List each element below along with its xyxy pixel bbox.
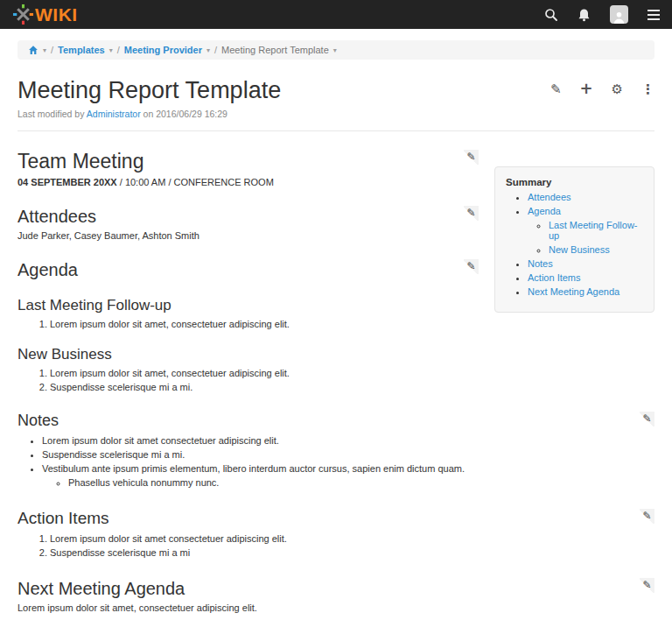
xwiki-logo-text: WIKI [35,5,78,24]
list-item: Lorem ipsum dolor sit amet, consectetuer… [50,368,654,378]
next-meeting-text: Lorem ipsum dolor sit amet, consectetuer… [18,602,654,613]
section-edit-pencil-icon[interactable]: ✎ [640,412,654,426]
meeting-time-location: / 10:00 AM / CONFERENCE ROOM [117,177,274,187]
create-page-button[interactable]: + [579,81,592,96]
list-item: Suspendisse scelerisque mi a mi. [50,382,654,392]
topbar-actions [544,5,660,24]
list-subitem: Phasellus vehicula nonummy nunc. [68,477,654,488]
caret-down-icon[interactable]: ▾ [333,46,337,54]
notes-sublist: Phasellus vehicula nonummy nunc. [42,477,654,488]
summary-item: Next Meeting Agenda [528,286,643,297]
summary-link-agenda[interactable]: Agenda [528,206,561,216]
breadcrumb-current-page: Meeting Report Template [221,45,329,55]
summary-item: Action Items [528,272,643,283]
action-items-list: Lorem ipsum dolor sit amet consectetuer … [18,533,654,558]
document-content: Summary Attendees Agenda Last Meeting Fo… [0,150,672,613]
summary-link-action-items[interactable]: Action Items [528,272,581,283]
caret-down-icon[interactable]: ▾ [109,46,113,54]
summary-link-attendees[interactable]: Attendees [528,192,571,202]
summary-sublist: Last Meeting Follow-up New Business [528,220,643,255]
breadcrumb-link-templates[interactable]: Templates [58,45,105,55]
section-edit-pencil-icon[interactable]: ✎ [640,578,654,593]
section-edit-pencil-icon[interactable]: ✎ [640,509,654,524]
section-edit-pencil-icon[interactable]: ✎ [464,206,479,221]
breadcrumb-separator: / [117,45,120,55]
summary-item: Agenda Last Meeting Follow-up New Busine… [528,206,643,255]
heading-notes: ✎Notes [18,412,654,431]
breadcrumb-wrapper: ▾ / Templates ▾ / Meeting Provider ▾ / M… [0,29,672,67]
breadcrumb-separator: / [51,45,53,55]
summary-link-new-business[interactable]: New Business [549,244,610,255]
modified-suffix: on 2016/06/29 16:29 [144,109,228,119]
heading-new-business: New Business [18,346,654,363]
list-item: Vestibulum ante ipsum primis elementum, … [42,463,654,488]
page-title: Meeting Report Template [18,77,281,104]
modified-user-link[interactable]: Administrator [87,109,141,119]
heading-next-meeting-agenda: ✎Next Meeting Agenda [18,578,654,599]
list-item: Lorem ipsum dolor sit amet, consectetuer… [50,319,654,329]
user-avatar[interactable] [610,5,628,24]
xwiki-logo-x-icon [12,4,34,25]
new-business-list: Lorem ipsum dolor sit amet, consectetuer… [18,368,654,392]
breadcrumb-separator: / [214,45,217,55]
list-item: Suspendisse scelerisque mi a mi [50,547,654,558]
list-item: Suspendisse scelerisque mi a mi. [42,449,654,460]
top-navigation-bar: WIKI [0,0,672,29]
more-actions-kebab-icon[interactable]: ⋮ [641,83,654,96]
summary-panel: Summary Attendees Agenda Last Meeting Fo… [494,166,654,313]
caret-down-icon[interactable]: ▾ [43,46,46,54]
edit-page-button[interactable]: ✎ [550,83,562,96]
summary-item: Notes [528,258,643,269]
summary-subitem: Last Meeting Follow-up [549,220,643,241]
breadcrumb-link-meeting-provider[interactable]: Meeting Provider [124,45,202,55]
section-edit-pencil-icon[interactable]: ✎ [464,150,479,165]
search-icon[interactable] [544,8,558,22]
meeting-date: 04 SEPTEMBER 20XX [18,177,117,187]
notifications-bell-icon[interactable] [578,8,591,22]
list-item: Lorem ipsum dolor sit amet consectetuer … [50,533,654,544]
hamburger-menu-icon[interactable] [648,10,660,20]
last-modified-line: Last modified by Administrator on 2016/0… [18,109,654,119]
section-edit-pencil-icon[interactable]: ✎ [464,259,479,274]
summary-item: Attendees [528,192,643,202]
page-header: Meeting Report Template ✎ + ⚙ ⋮ [18,77,654,104]
xwiki-logo[interactable]: WIKI [12,4,78,25]
summary-title: Summary [506,177,643,187]
summary-subitem: New Business [549,244,643,255]
avatar-person-icon [610,5,628,24]
heading-action-items: ✎Action Items [18,509,654,529]
breadcrumb: ▾ / Templates ▾ / Meeting Provider ▾ / M… [18,40,654,60]
summary-link-next-meeting[interactable]: Next Meeting Agenda [528,286,620,297]
modified-prefix: Last modified by [18,109,84,119]
summary-link-followup[interactable]: Last Meeting Follow-up [549,220,638,241]
summary-list: Attendees Agenda Last Meeting Follow-up … [506,192,643,297]
followup-list: Lorem ipsum dolor sit amet, consectetuer… [18,319,654,329]
notes-list: Lorem ipsum dolor sit amet consectetuer … [18,435,654,488]
settings-gear-icon[interactable]: ⚙ [612,83,623,96]
page-actions: ✎ + ⚙ ⋮ [550,82,654,96]
summary-link-notes[interactable]: Notes [528,258,553,269]
list-item: Lorem ipsum dolor sit amet consectetuer … [42,435,654,446]
breadcrumb-home-icon[interactable] [28,45,38,55]
header-divider [18,130,654,131]
caret-down-icon[interactable]: ▾ [206,46,210,54]
